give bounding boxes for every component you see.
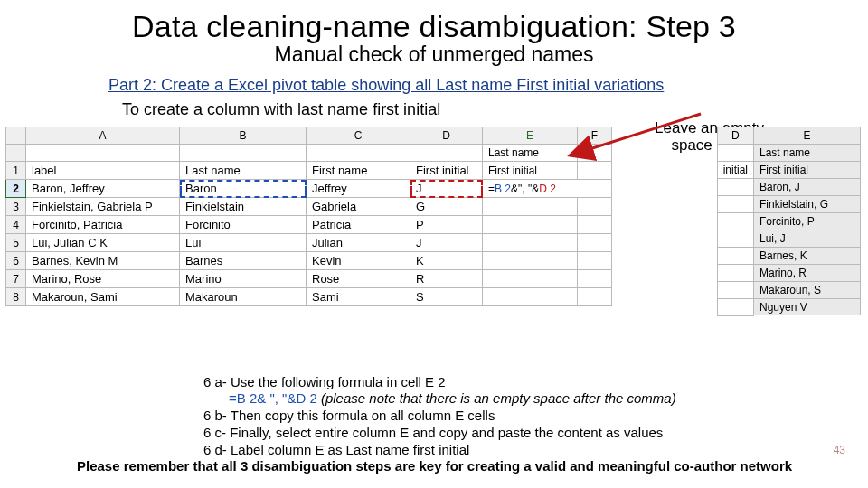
row-num: 1 (6, 162, 26, 180)
r-cell: Makaroun, S (754, 282, 861, 299)
note-6a-formula: =B 2& ", "&D 2 (please note that there i… (229, 390, 841, 408)
cell-initial: P (410, 216, 483, 234)
cell-firstname: Kevin (307, 252, 410, 270)
r-header-E: First initial (754, 162, 861, 179)
header-firstinitial-E: First initial (483, 162, 578, 180)
r-cell: Marino, R (754, 265, 861, 282)
row-num: 8 (6, 288, 26, 306)
notes-block: 6 a- Use the following formula in cell E… (77, 374, 841, 476)
slide-title: Data cleaning-name disambiguation: Step … (0, 9, 868, 44)
note-6b: 6 b- Then copy this formula on all colum… (203, 408, 841, 425)
cell-label: Baron, Jeffrey (26, 180, 180, 198)
cell-initial: K (410, 252, 483, 270)
cell-label: Barnes, Kevin M (26, 252, 180, 270)
cell-firstname: Rose (307, 270, 410, 288)
note-6c: 6 c- Finally, select entire column E and… (203, 425, 841, 442)
col-D-header: D (410, 127, 483, 145)
r-col-E: E (754, 127, 861, 145)
col-E-header: E (483, 127, 578, 145)
cell-initial: J (410, 234, 483, 252)
cell-lastname: Marino (180, 270, 307, 288)
r-header-D: initial (717, 162, 753, 179)
r-cell: Nguyen V (754, 299, 861, 316)
row-num: 2 (6, 180, 26, 198)
header-row-1: 1 label Last name First name First initi… (6, 162, 612, 180)
part2-heading: Part 2: Create a Excel pivot table showi… (108, 76, 868, 95)
row-num: 7 (6, 270, 26, 288)
data-row: 7 Marino, Rose Marino Rose R (6, 270, 612, 288)
slide-subtitle: Manual check of unmerged names (0, 42, 868, 67)
to-create-text: To create a column with last name first … (122, 100, 868, 119)
note-remember: Please remember that all 3 disambiguatio… (77, 458, 841, 475)
cell-lastname: Barnes (180, 252, 307, 270)
r-cell: Forcinito, P (754, 213, 861, 230)
left-spreadsheet: A B C D E F Last name 1 label Last name … (5, 127, 612, 306)
r-cell: Lui, J (754, 230, 861, 248)
r-cell: Baron, J (754, 179, 861, 196)
data-row: 5 Lui, Julian C K Lui Julian J (6, 234, 612, 252)
col-A-header: A (26, 127, 180, 145)
data-row: 6 Barnes, Kevin M Barnes Kevin K (6, 252, 612, 270)
header-firstname: First name (307, 162, 410, 180)
cell-initial: S (410, 288, 483, 306)
data-row: 8 Makaroun, Sami Makaroun Sami S (6, 288, 612, 306)
row-num: 6 (6, 252, 26, 270)
lastname-header-E: Last name (483, 145, 578, 162)
cell-firstname: Gabriela (307, 198, 410, 216)
cell-label: Lui, Julian C K (26, 234, 180, 252)
note-6d: 6 d- Label column E as Last name first i… (203, 442, 841, 459)
header-lastname: Last name (180, 162, 307, 180)
row-num: 3 (6, 198, 26, 216)
data-row-2: 2 Baron, Jeffrey Baron Jeffrey J =B 2&",… (6, 180, 612, 198)
col-B-header: B (180, 127, 307, 145)
corner-cell (6, 127, 26, 145)
note-6a: 6 a- Use the following formula in cell E… (203, 374, 841, 391)
col-C-header: C (307, 127, 410, 145)
cell-firstname: Jeffrey (307, 180, 410, 198)
page-number: 43 (834, 444, 845, 456)
cell-initial: R (410, 270, 483, 288)
col-F-header: F (578, 127, 612, 145)
cell-firstname: Sami (307, 288, 410, 306)
cell-E2-formula: =B 2&", "&D 2 (483, 180, 612, 198)
pre-header-row: Last name (6, 145, 612, 162)
header-firstinitial: First initial (410, 162, 483, 180)
cell-label: Marino, Rose (26, 270, 180, 288)
cell-lastname: Lui (180, 234, 307, 252)
row-num: 4 (6, 216, 26, 234)
cell-firstname: Patricia (307, 216, 410, 234)
data-row: 4 Forcinito, Patricia Forcinito Patricia… (6, 216, 612, 234)
row-num: 5 (6, 234, 26, 252)
header-label: label (26, 162, 180, 180)
cell-initial: G (410, 198, 483, 216)
cell-label: Makaroun, Sami (26, 288, 180, 306)
cell-B2: Baron (180, 180, 307, 198)
cell-label: Forcinito, Patricia (26, 216, 180, 234)
cell-lastname: Forcinito (180, 216, 307, 234)
cell-lastname: Makaroun (180, 288, 307, 306)
r-cell: Finkielstain, G (754, 196, 861, 213)
r-col-D: D (717, 127, 753, 145)
data-row: 3 Finkielstain, Gabriela P Finkielstain … (6, 198, 612, 216)
r-cell: Barnes, K (754, 248, 861, 265)
r-lastname-header: Last name (754, 145, 861, 162)
cell-label: Finkielstain, Gabriela P (26, 198, 180, 216)
cell-firstname: Julian (307, 234, 410, 252)
col-header-row: A B C D E F (6, 127, 612, 145)
right-spreadsheet: D E Last name initial First initial Baro… (717, 127, 861, 316)
row-num-blank (6, 145, 26, 162)
cell-lastname: Finkielstain (180, 198, 307, 216)
cell-D2: J (410, 180, 483, 198)
